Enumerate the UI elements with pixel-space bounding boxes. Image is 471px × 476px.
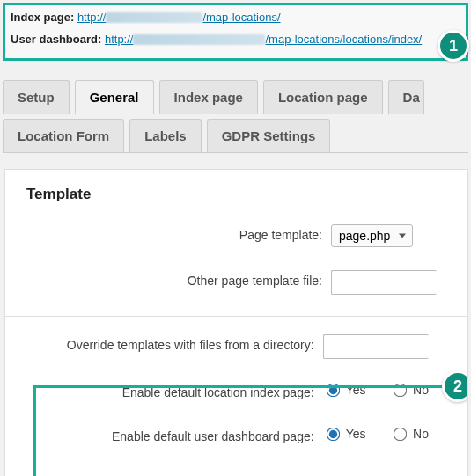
other-template-input[interactable] [331, 270, 437, 295]
index-page-link[interactable]: http:///map-locations/ [77, 11, 281, 24]
index-label: Index page: [11, 11, 74, 24]
user-dashboard-url-row: User dashboard: http:///map-locations/lo… [11, 33, 460, 46]
page-template-select[interactable]: page.php [331, 224, 413, 247]
tab-location-form[interactable]: Location Form [3, 119, 124, 152]
page-template-label: Page template: [23, 219, 331, 265]
template-panel: Template Page template: page.php Other p… [4, 169, 468, 476]
blurred-domain [133, 34, 265, 45]
callout-badge-2: 2 [442, 370, 468, 402]
enable-index-label: Enable default location index page: [23, 377, 323, 421]
settings-tabs: Setup General Index page Location page D… [3, 80, 468, 153]
enable-index-no-radio[interactable] [394, 384, 408, 398]
enable-index-yes[interactable]: Yes [323, 383, 366, 397]
override-templates-input[interactable] [323, 334, 429, 359]
tab-partial[interactable]: Da [388, 80, 424, 114]
enable-dashboard-yes-radio[interactable] [326, 428, 340, 442]
page-urls-box: Index page: http:///map-locations/ User … [3, 3, 468, 61]
tab-index-page[interactable]: Index page [159, 80, 258, 114]
user-dashboard-link[interactable]: http:///map-locations/locations/index/ [105, 33, 422, 46]
enable-index-no[interactable]: No [390, 383, 429, 397]
tab-location-page[interactable]: Location page [263, 80, 383, 114]
dashboard-label: User dashboard: [11, 33, 101, 46]
tab-general[interactable]: General [75, 80, 154, 114]
index-page-url-row: Index page: http:///map-locations/ [11, 11, 460, 24]
other-template-label: Other page template file: [23, 265, 331, 312]
enable-dashboard-no-radio[interactable] [394, 428, 408, 442]
callout-badge-1: 1 [438, 30, 469, 62]
blurred-domain [106, 12, 202, 23]
section-title: Template [26, 186, 450, 203]
tab-setup[interactable]: Setup [3, 80, 70, 114]
divider [5, 316, 467, 317]
enable-index-yes-radio[interactable] [326, 384, 340, 398]
tab-gdpr-settings[interactable]: GDPR Settings [207, 119, 331, 152]
enable-dashboard-no[interactable]: No [390, 427, 429, 441]
enable-dashboard-label: Enable default user dashboard page: [23, 421, 323, 465]
enable-dashboard-yes[interactable]: Yes [323, 427, 366, 441]
tab-labels[interactable]: Labels [129, 119, 202, 152]
override-templates-label: Override templates with files from a dir… [23, 329, 323, 377]
